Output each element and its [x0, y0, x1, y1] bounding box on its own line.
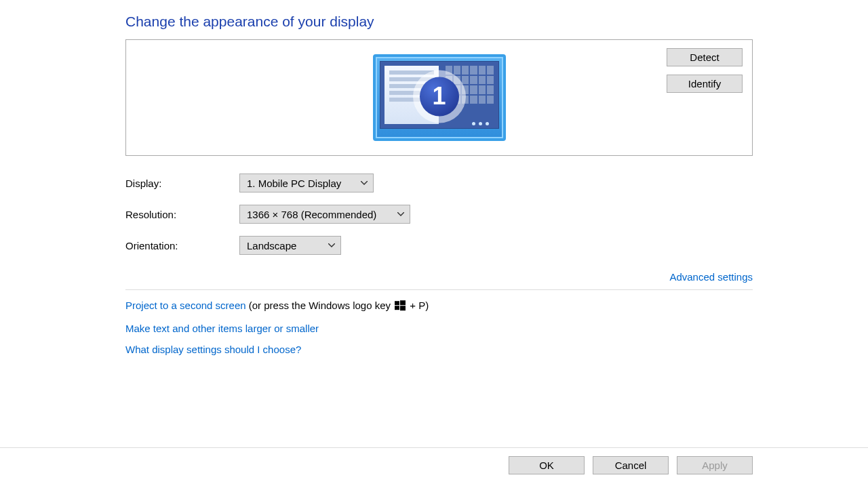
monitor-number-badge: 1: [420, 77, 459, 116]
ok-button[interactable]: OK: [509, 456, 585, 474]
apply-button[interactable]: Apply: [677, 456, 753, 474]
monitor-icon[interactable]: 1: [373, 54, 506, 141]
help-link[interactable]: What display settings should I choose?: [125, 344, 301, 355]
chevron-down-icon: [361, 181, 368, 185]
project-hint-suffix: + P): [407, 300, 429, 311]
resolution-label: Resolution:: [125, 209, 239, 220]
display-dropdown-value: 1. Mobile PC Display: [247, 178, 341, 189]
divider: [125, 289, 753, 290]
display-label: Display:: [125, 178, 239, 189]
cancel-button[interactable]: Cancel: [593, 456, 669, 474]
orientation-dropdown[interactable]: Landscape: [239, 236, 341, 255]
svg-rect-3: [400, 306, 406, 310]
resolution-dropdown[interactable]: 1366 × 768 (Recommended): [239, 205, 410, 224]
page-title: Change the appearance of your display: [125, 14, 753, 30]
svg-rect-1: [400, 300, 406, 305]
advanced-settings-link[interactable]: Advanced settings: [669, 271, 753, 283]
detect-button[interactable]: Detect: [667, 48, 743, 66]
chevron-down-icon: [328, 243, 335, 247]
orientation-label: Orientation:: [125, 240, 239, 251]
chevron-down-icon: [397, 212, 404, 216]
orientation-dropdown-value: Landscape: [247, 240, 296, 251]
display-dropdown[interactable]: 1. Mobile PC Display: [239, 174, 374, 192]
svg-rect-2: [395, 306, 399, 310]
project-hint-prefix: (or press the Windows logo key: [246, 300, 394, 311]
monitor-arrangement-panel[interactable]: 1 Detect Identify: [125, 39, 753, 156]
dialog-footer: OK Cancel Apply: [0, 447, 868, 474]
svg-rect-0: [395, 301, 399, 305]
project-second-screen-link[interactable]: Project to a second screen: [125, 300, 246, 311]
identify-button[interactable]: Identify: [667, 75, 743, 93]
windows-logo-icon: [395, 300, 406, 313]
resize-text-link[interactable]: Make text and other items larger or smal…: [125, 323, 319, 334]
resolution-dropdown-value: 1366 × 768 (Recommended): [247, 209, 376, 220]
